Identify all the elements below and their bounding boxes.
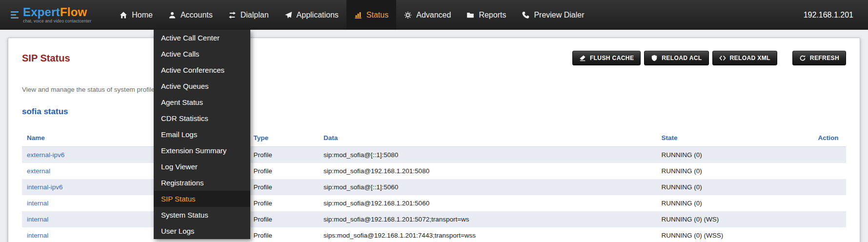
page-title: SIP Status	[22, 53, 70, 64]
nav-item-reports[interactable]: Reports	[459, 0, 514, 30]
menu-item-user-logs[interactable]: User Logs	[154, 223, 250, 239]
status-dropdown-menu: Active Call CenterActive CallsActive Con…	[154, 30, 250, 239]
menu-item-active-calls[interactable]: Active Calls	[154, 46, 250, 62]
refresh-button[interactable]: REFRESH	[792, 51, 846, 65]
page-description: View and manage the status of system pro…	[22, 86, 846, 93]
cell-state: RUNNING (0)	[657, 195, 813, 211]
cell-state: RUNNING (0)	[657, 179, 813, 195]
eraser-icon	[579, 55, 586, 61]
menu-item-email-logs[interactable]: Email Logs	[154, 126, 250, 142]
cell-action	[813, 227, 846, 242]
brand-name: ExpertFlow	[23, 7, 91, 18]
nav-item-accounts[interactable]: Accounts	[161, 0, 221, 30]
table-row: external-ipv6Profilesip:mod_sofia@[::1]:…	[22, 147, 846, 163]
nav-item-label: Applications	[297, 11, 339, 20]
cell-type: Profile	[248, 179, 319, 195]
dialplan-icon	[228, 11, 236, 19]
refresh-icon	[799, 55, 806, 61]
nav-item-label: Preview Dialer	[534, 11, 584, 20]
table-row: internalProfilesips:mod_sofia@192.168.1.…	[22, 227, 846, 242]
menu-item-active-queues[interactable]: Active Queues	[154, 78, 250, 94]
nav-item-label: Home	[132, 11, 153, 20]
menu-item-sip-status[interactable]: SIP Status	[154, 191, 250, 207]
cell-data: sip:mod_sofia@[::1]:5060	[319, 179, 656, 195]
cell-type: Profile	[248, 227, 319, 242]
brand-text-block: ExpertFlow chat, voice and video contact…	[23, 7, 91, 23]
server-address: 192.168.1.201	[804, 0, 868, 30]
menu-item-cdr-statistics[interactable]: CDR Statistics	[154, 110, 250, 126]
cell-action	[813, 147, 846, 163]
nav-item-label: Reports	[479, 11, 506, 20]
profile-name-link[interactable]: internal	[27, 232, 48, 239]
nav-item-label: Advanced	[416, 11, 451, 20]
table-row: internalProfilesip:mod_sofia@192.168.1.2…	[22, 211, 846, 227]
nav-item-label: Status	[366, 11, 388, 20]
nav-item-applications[interactable]: Applications	[277, 0, 346, 30]
column-header-action: Action	[813, 129, 846, 147]
cell-data: sip:mod_sofia@192.168.1.201:5060	[319, 195, 656, 211]
nav-item-dialplan[interactable]: Dialplan	[221, 0, 277, 30]
nav-item-home[interactable]: Home	[112, 0, 161, 30]
phone-icon	[522, 11, 529, 19]
cell-state: RUNNING (0)	[657, 163, 813, 179]
status-icon	[354, 11, 362, 19]
menu-item-agent-status[interactable]: Agent Status	[154, 94, 250, 110]
sofia-status-table: NameTypeDataStateAction external-ipv6Pro…	[22, 129, 846, 242]
button-label: FLUSH CACHE	[590, 55, 634, 61]
nav-item-preview-dialer[interactable]: Preview Dialer	[514, 0, 592, 30]
cell-type: Profile	[248, 195, 319, 211]
content-card: SIP Status FLUSH CACHERELOAD ACLRELOAD X…	[8, 38, 860, 242]
applications-icon	[284, 11, 292, 19]
reload-acl-button[interactable]: RELOAD ACL	[644, 51, 708, 65]
menu-item-active-call-center[interactable]: Active Call Center	[154, 30, 250, 46]
profile-name-link[interactable]: internal	[27, 216, 48, 223]
column-header-data: Data	[319, 129, 656, 147]
cell-data: sips:mod_sofia@192.168.1.201:7443;transp…	[319, 227, 656, 242]
main-nav: HomeAccountsDialplanApplicationsStatusAd…	[112, 0, 592, 30]
reload-xml-button[interactable]: RELOAD XML	[712, 51, 777, 65]
table-row: internal-ipv6Profilesip:mod_sofia@[::1]:…	[22, 179, 846, 195]
button-label: REFRESH	[810, 55, 839, 61]
gear-icon	[404, 11, 412, 19]
profile-name-link[interactable]: external	[27, 167, 50, 175]
flush-cache-button[interactable]: FLUSH CACHE	[572, 51, 641, 65]
brand-logo[interactable]: ExpertFlow chat, voice and video contact…	[0, 0, 99, 30]
button-label: RELOAD ACL	[662, 55, 702, 61]
reports-icon	[466, 11, 474, 19]
menu-item-active-conferences[interactable]: Active Conferences	[154, 62, 250, 78]
profile-name-link[interactable]: external-ipv6	[27, 151, 64, 159]
accounts-icon	[168, 11, 176, 19]
brand-tagline: chat, voice and video contactcenter	[23, 19, 91, 23]
nav-item-status[interactable]: Status	[346, 0, 396, 30]
column-header-state: State	[657, 129, 813, 147]
cell-data: sip:mod_sofia@192.168.1.201:5080	[319, 163, 656, 179]
table-row: externalProfilesip:mod_sofia@192.168.1.2…	[22, 163, 846, 179]
page-toolbar: FLUSH CACHERELOAD ACLRELOAD XMLREFRESH	[572, 51, 846, 65]
menu-item-registrations[interactable]: Registrations	[154, 175, 250, 191]
cell-action	[813, 179, 846, 195]
cell-state: RUNNING (0) (WSS)	[657, 227, 813, 242]
cell-state: RUNNING (0)	[657, 147, 813, 163]
menu-item-extension-summary[interactable]: Extension Summary	[154, 142, 250, 159]
brand-name-secondary: Flow	[60, 5, 87, 19]
cell-state: RUNNING (0) (WS)	[657, 211, 813, 227]
nav-item-label: Dialplan	[241, 11, 269, 20]
profile-name-link[interactable]: internal-ipv6	[27, 183, 63, 191]
menu-item-system-status[interactable]: System Status	[154, 207, 250, 223]
nav-item-label: Accounts	[181, 11, 213, 20]
code-icon	[719, 55, 726, 61]
page-header: SIP Status FLUSH CACHERELOAD ACLRELOAD X…	[22, 51, 846, 65]
brand-logo-icon	[11, 11, 19, 19]
nav-item-advanced[interactable]: Advanced	[396, 0, 459, 30]
home-icon	[120, 11, 127, 19]
cell-data: sip:mod_sofia@192.168.1.201:5072;transpo…	[319, 211, 656, 227]
table-row: internalProfilesip:mod_sofia@192.168.1.2…	[22, 195, 846, 211]
cell-type: Profile	[248, 147, 319, 163]
menu-item-log-viewer[interactable]: Log Viewer	[154, 159, 250, 175]
button-label: RELOAD XML	[730, 55, 770, 61]
cell-type: Profile	[248, 211, 319, 227]
cell-type: Profile	[248, 163, 319, 179]
shield-icon	[651, 55, 658, 61]
profile-name-link[interactable]: internal	[27, 200, 48, 207]
cell-action	[813, 163, 846, 179]
